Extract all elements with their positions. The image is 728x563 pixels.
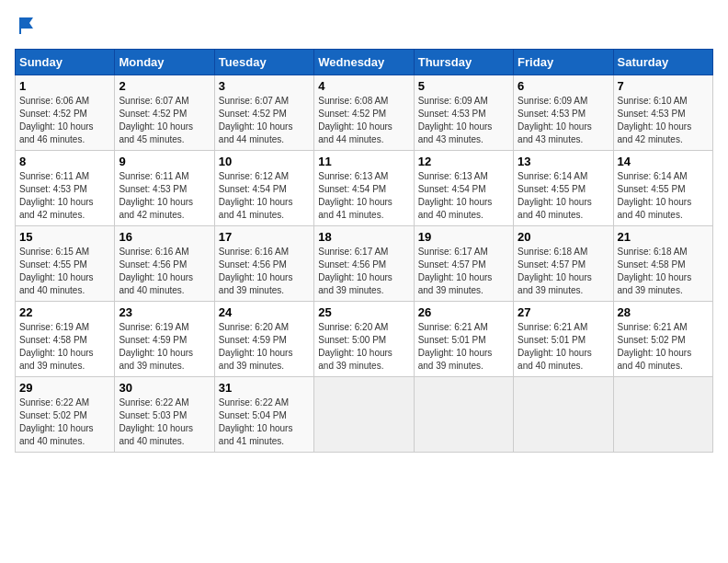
day-cell-13: 13Sunrise: 6:14 AMSunset: 4:55 PMDayligh… — [514, 150, 613, 225]
day-info: Sunrise: 6:17 AMSunset: 4:56 PMDaylight:… — [318, 246, 409, 297]
day-info: Sunrise: 6:17 AMSunset: 4:57 PMDaylight:… — [418, 246, 509, 297]
day-cell-31: 31Sunrise: 6:22 AMSunset: 5:04 PMDayligh… — [214, 376, 313, 452]
week-row-4: 22Sunrise: 6:19 AMSunset: 4:58 PMDayligh… — [16, 301, 713, 376]
empty-cell — [314, 376, 414, 452]
day-info: Sunrise: 6:21 AMSunset: 5:02 PMDaylight:… — [618, 321, 709, 373]
page-header — [15, 15, 713, 41]
day-info: Sunrise: 6:19 AMSunset: 4:58 PMDaylight:… — [19, 321, 110, 373]
day-cell-27: 27Sunrise: 6:21 AMSunset: 5:01 PMDayligh… — [514, 301, 613, 376]
day-info: Sunrise: 6:08 AMSunset: 4:52 PMDaylight:… — [318, 95, 409, 146]
day-number: 16 — [119, 230, 210, 244]
day-cell-25: 25Sunrise: 6:20 AMSunset: 5:00 PMDayligh… — [314, 301, 414, 376]
day-cell-12: 12Sunrise: 6:13 AMSunset: 4:54 PMDayligh… — [414, 150, 513, 225]
day-info: Sunrise: 6:22 AMSunset: 5:03 PMDaylight:… — [119, 396, 210, 448]
day-info: Sunrise: 6:06 AMSunset: 4:52 PMDaylight:… — [19, 95, 110, 146]
day-number: 12 — [418, 155, 509, 168]
day-info: Sunrise: 6:13 AMSunset: 4:54 PMDaylight:… — [418, 170, 509, 222]
day-number: 14 — [618, 155, 709, 168]
day-cell-4: 4Sunrise: 6:08 AMSunset: 4:52 PMDaylight… — [314, 75, 414, 150]
day-cell-30: 30Sunrise: 6:22 AMSunset: 5:03 PMDayligh… — [115, 376, 214, 452]
weekday-header-wednesday: Wednesday — [314, 49, 414, 75]
day-info: Sunrise: 6:13 AMSunset: 4:54 PMDaylight:… — [318, 170, 409, 222]
weekday-header-thursday: Thursday — [414, 49, 513, 75]
day-cell-1: 1Sunrise: 6:06 AMSunset: 4:52 PMDaylight… — [16, 75, 115, 150]
day-info: Sunrise: 6:07 AMSunset: 4:52 PMDaylight:… — [119, 95, 210, 146]
day-cell-11: 11Sunrise: 6:13 AMSunset: 4:54 PMDayligh… — [314, 150, 414, 225]
day-cell-3: 3Sunrise: 6:07 AMSunset: 4:52 PMDaylight… — [214, 75, 313, 150]
day-number: 17 — [219, 230, 310, 244]
day-cell-8: 8Sunrise: 6:11 AMSunset: 4:53 PMDaylight… — [16, 150, 115, 225]
day-number: 22 — [19, 305, 110, 319]
weekday-header-saturday: Saturday — [613, 49, 712, 75]
day-number: 11 — [318, 155, 409, 168]
day-number: 27 — [518, 305, 609, 319]
day-cell-2: 2Sunrise: 6:07 AMSunset: 4:52 PMDaylight… — [115, 75, 214, 150]
day-number: 19 — [418, 230, 509, 244]
weekday-header-sunday: Sunday — [16, 49, 115, 75]
week-row-2: 8Sunrise: 6:11 AMSunset: 4:53 PMDaylight… — [16, 150, 713, 225]
day-number: 25 — [318, 305, 409, 319]
day-info: Sunrise: 6:18 AMSunset: 4:57 PMDaylight:… — [518, 246, 609, 297]
day-number: 29 — [19, 381, 110, 395]
day-number: 20 — [518, 230, 609, 244]
calendar-table: SundayMondayTuesdayWednesdayThursdayFrid… — [15, 49, 713, 453]
day-number: 24 — [219, 305, 310, 319]
weekday-header-tuesday: Tuesday — [214, 49, 313, 75]
day-number: 8 — [19, 155, 110, 168]
day-cell-19: 19Sunrise: 6:17 AMSunset: 4:57 PMDayligh… — [414, 225, 513, 301]
day-number: 28 — [618, 305, 709, 319]
day-number: 31 — [219, 381, 310, 395]
week-row-3: 15Sunrise: 6:15 AMSunset: 4:55 PMDayligh… — [16, 225, 713, 301]
day-info: Sunrise: 6:22 AMSunset: 5:04 PMDaylight:… — [219, 396, 310, 448]
day-info: Sunrise: 6:14 AMSunset: 4:55 PMDaylight:… — [618, 170, 709, 222]
empty-cell — [514, 376, 613, 452]
day-cell-22: 22Sunrise: 6:19 AMSunset: 4:58 PMDayligh… — [16, 301, 115, 376]
weekday-header-row: SundayMondayTuesdayWednesdayThursdayFrid… — [16, 49, 713, 75]
day-info: Sunrise: 6:20 AMSunset: 4:59 PMDaylight:… — [219, 321, 310, 373]
day-info: Sunrise: 6:10 AMSunset: 4:53 PMDaylight:… — [618, 95, 709, 146]
weekday-header-friday: Friday — [514, 49, 613, 75]
day-info: Sunrise: 6:21 AMSunset: 5:01 PMDaylight:… — [518, 321, 609, 373]
day-info: Sunrise: 6:19 AMSunset: 4:59 PMDaylight:… — [119, 321, 210, 373]
day-info: Sunrise: 6:16 AMSunset: 4:56 PMDaylight:… — [219, 246, 310, 297]
week-row-5: 29Sunrise: 6:22 AMSunset: 5:02 PMDayligh… — [16, 376, 713, 452]
day-info: Sunrise: 6:11 AMSunset: 4:53 PMDaylight:… — [19, 170, 110, 222]
day-number: 23 — [119, 305, 210, 319]
day-cell-26: 26Sunrise: 6:21 AMSunset: 5:01 PMDayligh… — [414, 301, 513, 376]
day-info: Sunrise: 6:07 AMSunset: 4:52 PMDaylight:… — [219, 95, 310, 146]
day-info: Sunrise: 6:09 AMSunset: 4:53 PMDaylight:… — [418, 95, 509, 146]
day-cell-17: 17Sunrise: 6:16 AMSunset: 4:56 PMDayligh… — [214, 225, 313, 301]
day-info: Sunrise: 6:20 AMSunset: 5:00 PMDaylight:… — [318, 321, 409, 373]
weekday-header-monday: Monday — [115, 49, 214, 75]
day-info: Sunrise: 6:09 AMSunset: 4:53 PMDaylight:… — [518, 95, 609, 146]
logo-flag-icon — [17, 15, 39, 37]
day-number: 26 — [418, 305, 509, 319]
day-number: 2 — [119, 79, 210, 93]
day-number: 9 — [119, 155, 210, 168]
day-number: 21 — [618, 230, 709, 244]
day-cell-9: 9Sunrise: 6:11 AMSunset: 4:53 PMDaylight… — [115, 150, 214, 225]
day-number: 7 — [618, 79, 709, 93]
day-info: Sunrise: 6:18 AMSunset: 4:58 PMDaylight:… — [618, 246, 709, 297]
day-info: Sunrise: 6:11 AMSunset: 4:53 PMDaylight:… — [119, 170, 210, 222]
day-cell-16: 16Sunrise: 6:16 AMSunset: 4:56 PMDayligh… — [115, 225, 214, 301]
empty-cell — [414, 376, 513, 452]
logo — [15, 15, 39, 41]
day-number: 15 — [19, 230, 110, 244]
day-number: 5 — [418, 79, 509, 93]
day-number: 3 — [219, 79, 310, 93]
day-cell-28: 28Sunrise: 6:21 AMSunset: 5:02 PMDayligh… — [613, 301, 712, 376]
day-cell-23: 23Sunrise: 6:19 AMSunset: 4:59 PMDayligh… — [115, 301, 214, 376]
day-cell-24: 24Sunrise: 6:20 AMSunset: 4:59 PMDayligh… — [214, 301, 313, 376]
day-number: 10 — [219, 155, 310, 168]
day-cell-5: 5Sunrise: 6:09 AMSunset: 4:53 PMDaylight… — [414, 75, 513, 150]
day-info: Sunrise: 6:12 AMSunset: 4:54 PMDaylight:… — [219, 170, 310, 222]
day-info: Sunrise: 6:21 AMSunset: 5:01 PMDaylight:… — [418, 321, 509, 373]
day-number: 4 — [318, 79, 409, 93]
day-cell-20: 20Sunrise: 6:18 AMSunset: 4:57 PMDayligh… — [514, 225, 613, 301]
week-row-1: 1Sunrise: 6:06 AMSunset: 4:52 PMDaylight… — [16, 75, 713, 150]
empty-cell — [613, 376, 712, 452]
day-info: Sunrise: 6:16 AMSunset: 4:56 PMDaylight:… — [119, 246, 210, 297]
day-cell-18: 18Sunrise: 6:17 AMSunset: 4:56 PMDayligh… — [314, 225, 414, 301]
day-info: Sunrise: 6:14 AMSunset: 4:55 PMDaylight:… — [518, 170, 609, 222]
